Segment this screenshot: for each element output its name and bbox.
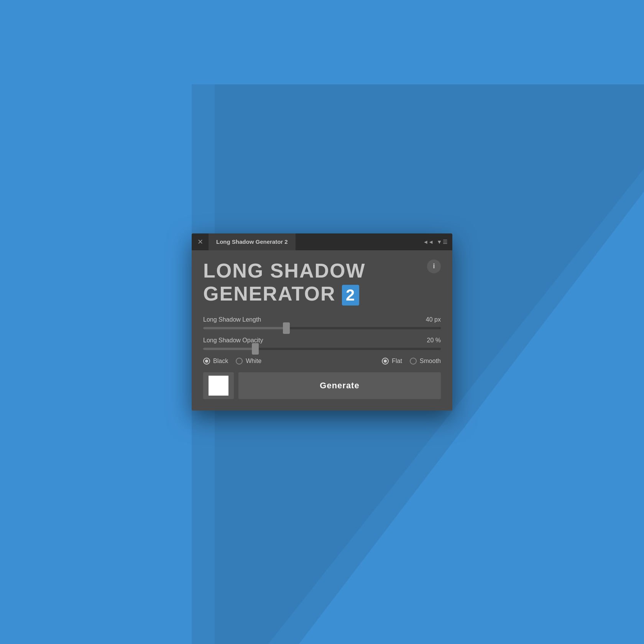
main-panel: ✕ Long Shadow Generator 2 ◄◄ ▼ ☰ (192, 233, 452, 411)
collapse-button[interactable]: ◄◄ (423, 239, 434, 245)
color-swatch-preview (209, 376, 228, 396)
hero-heading: LONG SHADOW GENERATOR 2 (203, 260, 441, 306)
title-bar-left: ✕ Long Shadow Generator 2 (192, 233, 296, 250)
radio-white[interactable]: White (236, 358, 261, 365)
radio-flat-label: Flat (392, 358, 402, 365)
panel-wrapper: ✕ Long Shadow Generator 2 ◄◄ ▼ ☰ (192, 233, 452, 411)
shadow-opacity-header: Long Shadow Opacity 20 % (203, 337, 441, 344)
radio-smooth-label: Smooth (420, 358, 441, 365)
bottom-row: Generate (203, 372, 441, 399)
info-button[interactable]: i (427, 260, 441, 273)
hero-title-area: LONG SHADOW GENERATOR 2 i (203, 260, 441, 306)
hamburger-icon: ☰ (443, 239, 448, 245)
shadow-opacity-thumb[interactable] (252, 343, 259, 355)
shadow-length-track[interactable] (203, 327, 441, 329)
shadow-length-thumb[interactable] (283, 322, 290, 334)
close-icon: ✕ (197, 238, 203, 246)
panel-title: Long Shadow Generator 2 (209, 233, 296, 250)
shadow-opacity-group: Long Shadow Opacity 20 % (203, 337, 441, 350)
radio-smooth-dot (410, 358, 417, 365)
title-bar-right: ◄◄ ▼ ☰ (423, 239, 452, 245)
radio-white-dot (236, 358, 243, 365)
radio-white-label: White (246, 358, 261, 365)
radio-black-dot (203, 358, 210, 365)
shadow-length-fill (203, 327, 286, 329)
shadow-length-value: 40 px (426, 316, 441, 323)
radio-black[interactable]: Black (203, 358, 228, 365)
shadow-opacity-value: 20 % (427, 337, 441, 344)
title-bar: ✕ Long Shadow Generator 2 ◄◄ ▼ ☰ (192, 233, 452, 250)
shadow-length-group: Long Shadow Length 40 px (203, 316, 441, 329)
radio-black-label: Black (213, 358, 228, 365)
radio-flat[interactable]: Flat (382, 358, 402, 365)
color-swatch-button[interactable] (203, 372, 234, 399)
close-button[interactable]: ✕ (192, 233, 209, 250)
radio-smooth[interactable]: Smooth (410, 358, 441, 365)
radio-flat-dot (382, 358, 389, 365)
menu-icon: ▼ (437, 239, 442, 245)
shadow-length-label: Long Shadow Length (203, 316, 261, 323)
collapse-icon: ◄◄ (423, 239, 434, 245)
menu-button[interactable]: ▼ ☰ (437, 239, 448, 245)
info-icon: i (433, 262, 435, 270)
hero-badge: 2 (342, 285, 359, 306)
shadow-length-header: Long Shadow Length 40 px (203, 316, 441, 323)
shadow-opacity-track[interactable] (203, 348, 441, 350)
panel-body: LONG SHADOW GENERATOR 2 i Long Shadow Le… (192, 250, 452, 411)
radio-group: Black White Flat Smooth (203, 358, 441, 365)
generate-button[interactable]: Generate (238, 372, 441, 399)
shadow-opacity-fill (203, 348, 255, 350)
